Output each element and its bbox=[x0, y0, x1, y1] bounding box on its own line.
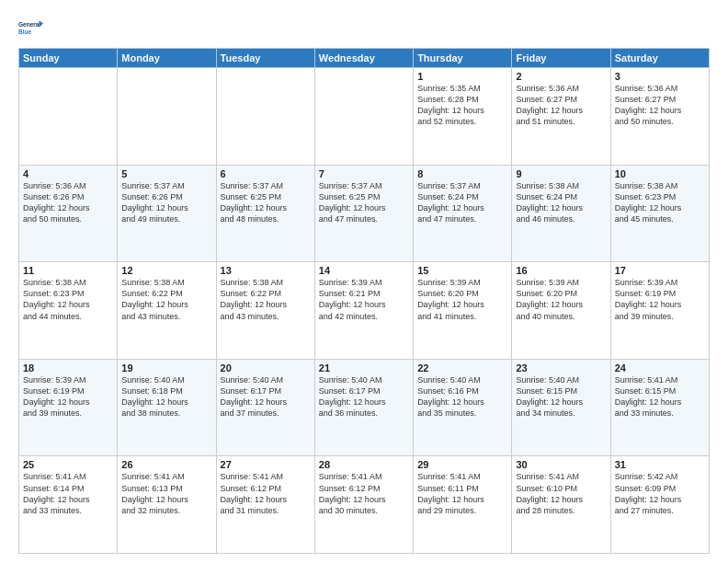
calendar-cell bbox=[216, 68, 314, 166]
calendar-cell: 8Sunrise: 5:37 AM Sunset: 6:24 PM Daylig… bbox=[414, 165, 512, 262]
day-info: Sunrise: 5:40 AM Sunset: 6:15 PM Dayligh… bbox=[516, 374, 606, 419]
calendar-cell: 27Sunrise: 5:41 AM Sunset: 6:12 PM Dayli… bbox=[216, 456, 314, 554]
logo-icon: GeneralBlue bbox=[18, 15, 44, 40]
day-number: 27 bbox=[221, 459, 311, 470]
calendar-cell: 22Sunrise: 5:40 AM Sunset: 6:16 PM Dayli… bbox=[414, 359, 512, 456]
day-info: Sunrise: 5:41 AM Sunset: 6:15 PM Dayligh… bbox=[615, 374, 705, 419]
weekday-header-row: SundayMondayTuesdayWednesdayThursdayFrid… bbox=[19, 49, 710, 68]
calendar-cell: 13Sunrise: 5:38 AM Sunset: 6:22 PM Dayli… bbox=[216, 262, 314, 360]
svg-text:General: General bbox=[18, 21, 40, 28]
calendar-cell: 28Sunrise: 5:41 AM Sunset: 6:12 PM Dayli… bbox=[314, 456, 413, 554]
day-info: Sunrise: 5:38 AM Sunset: 6:24 PM Dayligh… bbox=[516, 180, 606, 225]
day-info: Sunrise: 5:41 AM Sunset: 6:13 PM Dayligh… bbox=[121, 471, 211, 516]
calendar-cell: 30Sunrise: 5:41 AM Sunset: 6:10 PM Dayli… bbox=[512, 456, 610, 554]
day-info: Sunrise: 5:41 AM Sunset: 6:11 PM Dayligh… bbox=[417, 471, 507, 516]
day-info: Sunrise: 5:41 AM Sunset: 6:12 PM Dayligh… bbox=[319, 471, 409, 516]
calendar-cell: 17Sunrise: 5:39 AM Sunset: 6:19 PM Dayli… bbox=[610, 262, 709, 360]
day-number: 8 bbox=[417, 168, 507, 179]
calendar-cell: 26Sunrise: 5:41 AM Sunset: 6:13 PM Dayli… bbox=[118, 456, 216, 554]
day-number: 6 bbox=[221, 168, 311, 179]
day-number: 4 bbox=[23, 168, 113, 179]
day-number: 28 bbox=[319, 459, 409, 470]
day-number: 31 bbox=[615, 459, 705, 470]
day-number: 18 bbox=[23, 362, 113, 373]
calendar-cell: 14Sunrise: 5:39 AM Sunset: 6:21 PM Dayli… bbox=[314, 262, 413, 360]
day-number: 25 bbox=[23, 459, 113, 470]
calendar-cell: 31Sunrise: 5:42 AM Sunset: 6:09 PM Dayli… bbox=[610, 456, 709, 554]
day-number: 13 bbox=[221, 265, 311, 276]
day-info: Sunrise: 5:38 AM Sunset: 6:23 PM Dayligh… bbox=[23, 277, 113, 322]
day-info: Sunrise: 5:42 AM Sunset: 6:09 PM Dayligh… bbox=[615, 471, 705, 516]
calendar-cell: 15Sunrise: 5:39 AM Sunset: 6:20 PM Dayli… bbox=[414, 262, 512, 360]
day-number: 2 bbox=[516, 71, 606, 82]
calendar-cell: 24Sunrise: 5:41 AM Sunset: 6:15 PM Dayli… bbox=[610, 359, 709, 456]
header: GeneralBlue bbox=[18, 15, 710, 40]
svg-text:Blue: Blue bbox=[18, 29, 31, 35]
day-number: 30 bbox=[516, 459, 606, 470]
day-info: Sunrise: 5:37 AM Sunset: 6:25 PM Dayligh… bbox=[319, 180, 409, 225]
day-info: Sunrise: 5:38 AM Sunset: 6:23 PM Dayligh… bbox=[615, 180, 705, 225]
day-number: 23 bbox=[516, 362, 606, 373]
day-info: Sunrise: 5:40 AM Sunset: 6:17 PM Dayligh… bbox=[319, 374, 409, 419]
day-info: Sunrise: 5:39 AM Sunset: 6:20 PM Dayligh… bbox=[417, 277, 507, 322]
calendar-cell: 16Sunrise: 5:39 AM Sunset: 6:20 PM Dayli… bbox=[512, 262, 610, 360]
day-number: 16 bbox=[516, 265, 606, 276]
calendar-cell: 1Sunrise: 5:35 AM Sunset: 6:28 PM Daylig… bbox=[414, 68, 512, 166]
calendar-cell bbox=[19, 68, 118, 166]
day-info: Sunrise: 5:39 AM Sunset: 6:19 PM Dayligh… bbox=[23, 374, 113, 419]
day-number: 11 bbox=[23, 265, 113, 276]
calendar-cell: 6Sunrise: 5:37 AM Sunset: 6:25 PM Daylig… bbox=[216, 165, 314, 262]
calendar-cell: 11Sunrise: 5:38 AM Sunset: 6:23 PM Dayli… bbox=[19, 262, 118, 360]
day-info: Sunrise: 5:37 AM Sunset: 6:26 PM Dayligh… bbox=[121, 180, 211, 225]
day-info: Sunrise: 5:40 AM Sunset: 6:16 PM Dayligh… bbox=[417, 374, 507, 419]
day-info: Sunrise: 5:37 AM Sunset: 6:25 PM Dayligh… bbox=[221, 180, 311, 225]
weekday-header: Monday bbox=[118, 49, 216, 68]
day-info: Sunrise: 5:40 AM Sunset: 6:17 PM Dayligh… bbox=[221, 374, 311, 419]
calendar-cell: 20Sunrise: 5:40 AM Sunset: 6:17 PM Dayli… bbox=[216, 359, 314, 456]
calendar-table: SundayMondayTuesdayWednesdayThursdayFrid… bbox=[18, 48, 710, 554]
calendar-cell: 4Sunrise: 5:36 AM Sunset: 6:26 PM Daylig… bbox=[19, 165, 118, 262]
day-info: Sunrise: 5:41 AM Sunset: 6:14 PM Dayligh… bbox=[23, 471, 113, 516]
day-info: Sunrise: 5:36 AM Sunset: 6:27 PM Dayligh… bbox=[615, 83, 705, 128]
weekday-header: Saturday bbox=[610, 49, 709, 68]
day-number: 17 bbox=[615, 265, 705, 276]
day-number: 12 bbox=[121, 265, 211, 276]
day-number: 20 bbox=[221, 362, 311, 373]
calendar-cell: 10Sunrise: 5:38 AM Sunset: 6:23 PM Dayli… bbox=[610, 165, 709, 262]
calendar-cell: 3Sunrise: 5:36 AM Sunset: 6:27 PM Daylig… bbox=[610, 68, 709, 166]
weekday-header: Friday bbox=[512, 49, 610, 68]
calendar-cell: 2Sunrise: 5:36 AM Sunset: 6:27 PM Daylig… bbox=[512, 68, 610, 166]
day-info: Sunrise: 5:39 AM Sunset: 6:21 PM Dayligh… bbox=[319, 277, 409, 322]
day-info: Sunrise: 5:40 AM Sunset: 6:18 PM Dayligh… bbox=[121, 374, 211, 419]
calendar-cell: 12Sunrise: 5:38 AM Sunset: 6:22 PM Dayli… bbox=[118, 262, 216, 360]
day-info: Sunrise: 5:39 AM Sunset: 6:19 PM Dayligh… bbox=[615, 277, 705, 322]
calendar-cell bbox=[118, 68, 216, 166]
weekday-header: Wednesday bbox=[314, 49, 413, 68]
calendar-cell: 7Sunrise: 5:37 AM Sunset: 6:25 PM Daylig… bbox=[314, 165, 413, 262]
day-info: Sunrise: 5:37 AM Sunset: 6:24 PM Dayligh… bbox=[417, 180, 507, 225]
day-number: 9 bbox=[516, 168, 606, 179]
calendar-week-row: 25Sunrise: 5:41 AM Sunset: 6:14 PM Dayli… bbox=[19, 456, 710, 554]
logo: GeneralBlue bbox=[18, 15, 44, 40]
day-info: Sunrise: 5:36 AM Sunset: 6:27 PM Dayligh… bbox=[516, 83, 606, 128]
weekday-header: Thursday bbox=[414, 49, 512, 68]
calendar-week-row: 1Sunrise: 5:35 AM Sunset: 6:28 PM Daylig… bbox=[19, 68, 710, 166]
day-number: 24 bbox=[615, 362, 705, 373]
page: GeneralBlue SundayMondayTuesdayWednesday… bbox=[0, 0, 728, 563]
calendar-cell: 19Sunrise: 5:40 AM Sunset: 6:18 PM Dayli… bbox=[118, 359, 216, 456]
day-info: Sunrise: 5:36 AM Sunset: 6:26 PM Dayligh… bbox=[23, 180, 113, 225]
calendar-cell: 21Sunrise: 5:40 AM Sunset: 6:17 PM Dayli… bbox=[314, 359, 413, 456]
day-number: 14 bbox=[319, 265, 409, 276]
calendar-cell bbox=[314, 68, 413, 166]
day-number: 7 bbox=[319, 168, 409, 179]
day-number: 15 bbox=[417, 265, 507, 276]
calendar-cell: 18Sunrise: 5:39 AM Sunset: 6:19 PM Dayli… bbox=[19, 359, 118, 456]
day-number: 29 bbox=[417, 459, 507, 470]
day-number: 1 bbox=[417, 71, 507, 82]
calendar-week-row: 4Sunrise: 5:36 AM Sunset: 6:26 PM Daylig… bbox=[19, 165, 710, 262]
day-number: 19 bbox=[121, 362, 211, 373]
day-number: 5 bbox=[121, 168, 211, 179]
calendar-cell: 9Sunrise: 5:38 AM Sunset: 6:24 PM Daylig… bbox=[512, 165, 610, 262]
day-info: Sunrise: 5:39 AM Sunset: 6:20 PM Dayligh… bbox=[516, 277, 606, 322]
weekday-header: Tuesday bbox=[216, 49, 314, 68]
